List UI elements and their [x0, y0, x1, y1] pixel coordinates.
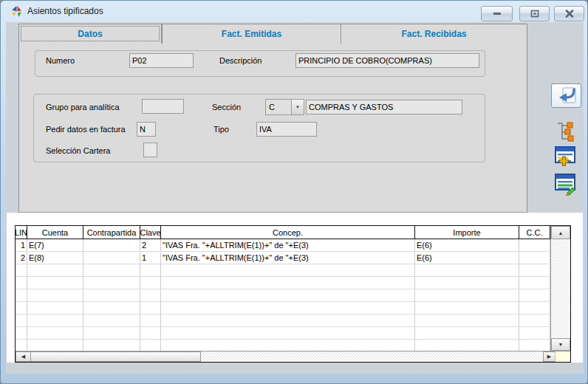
grid-row-empty[interactable]	[16, 315, 570, 327]
tab-fact-emitidas[interactable]: Fact. Emitidas	[162, 24, 341, 44]
seccion-label: Sección	[212, 103, 241, 112]
scroll-right-button[interactable]: ▶	[543, 352, 555, 362]
restore-button[interactable]	[519, 6, 550, 21]
add-record-button[interactable]	[550, 143, 580, 170]
cell-importe[interactable]: E(6)	[415, 239, 519, 251]
grid-row-empty[interactable]	[16, 277, 570, 289]
lines-grid: LIN Cuenta Contrapartida Clave Concep. I…	[15, 225, 571, 363]
descripcion-label: Descripción	[219, 56, 261, 65]
close-button[interactable]	[554, 6, 584, 21]
col-header-lin[interactable]: LIN	[16, 226, 27, 239]
chevron-down-icon: ▼	[295, 105, 300, 109]
grid-row-empty[interactable]	[16, 327, 570, 340]
scroll-down-icon: ▼	[558, 342, 564, 347]
scroll-right-icon: ▶	[547, 354, 551, 360]
horizontal-scroll-thumb[interactable]	[31, 352, 201, 362]
horizontal-scroll-track[interactable]	[201, 352, 543, 362]
cell-importe[interactable]: E(6)	[415, 252, 519, 264]
exit-button[interactable]	[551, 83, 581, 108]
cell-cc[interactable]	[519, 252, 550, 264]
vertical-scrollbar[interactable]: ▲ ▼	[550, 226, 570, 351]
pedir-datos-label: Pedir datos en factura	[46, 125, 126, 134]
descripcion-field[interactable]: PRINCIPIO DE COBRO(COMPRAS)	[295, 53, 479, 68]
tree-structure-icon	[555, 120, 576, 142]
col-header-clave[interactable]: Clave	[140, 226, 161, 239]
exit-icon	[556, 86, 577, 105]
cell-contrapartida[interactable]	[83, 239, 140, 251]
cell-cuenta[interactable]: E(8)	[27, 252, 83, 264]
col-header-concep[interactable]: Concep.	[161, 226, 415, 239]
col-header-cuenta[interactable]: Cuenta	[27, 226, 83, 239]
add-record-icon	[553, 145, 577, 168]
tab-fact-recibidas[interactable]: Fact. Recibidas	[341, 24, 527, 44]
col-header-cc[interactable]: C.C.	[519, 226, 550, 239]
restore-icon	[530, 10, 539, 18]
tabstrip: Datos Fact. Emitidas Fact. Recibidas	[18, 24, 527, 44]
numero-label: Numero	[46, 56, 75, 65]
grupo-analitica-field[interactable]	[142, 99, 184, 114]
cell-lin[interactable]: 1	[16, 239, 27, 251]
cell-cuenta[interactable]: E(7)	[27, 239, 83, 251]
seccion-desc-field[interactable]: COMPRAS Y GASTOS	[306, 100, 462, 114]
grid-row-2[interactable]: 2 E(8) 1 "IVAS Fra. "+ALLTRIM(E(1))+" de…	[16, 252, 570, 264]
tree-structure-button[interactable]	[553, 118, 579, 143]
cell-lin[interactable]: 2	[16, 252, 27, 264]
tipo-label: Tipo	[213, 125, 229, 134]
col-header-contrapartida[interactable]: Contrapartida	[83, 226, 140, 239]
window-title: Asientos tipificados	[27, 6, 103, 16]
scroll-left-icon: ◀	[21, 354, 25, 360]
combo-dropdown-button[interactable]: ▼	[291, 100, 304, 114]
edit-record-icon	[553, 172, 577, 196]
tab-fact-emitidas-label: Fact. Emitidas	[222, 29, 281, 39]
seleccion-cartera-field[interactable]	[143, 143, 157, 157]
scroll-left-button[interactable]: ◀	[16, 352, 31, 362]
tipo-field[interactable]: IVA	[256, 122, 317, 137]
seleccion-cartera-label: Selección Cartera	[46, 146, 110, 155]
grid-header-row: LIN Cuenta Contrapartida Clave Concep. I…	[16, 226, 570, 239]
grid-row-empty[interactable]	[16, 302, 570, 315]
titlebar[interactable]: Asientos tipificados	[1, 1, 588, 22]
grid-row-empty[interactable]	[16, 289, 570, 302]
seccion-combo-value: C	[266, 100, 291, 114]
edit-record-button[interactable]	[550, 171, 580, 197]
cell-cc[interactable]	[519, 239, 550, 251]
tab-page-datos: Numero P02 Descripción PRINCIPIO DE COBR…	[18, 44, 527, 213]
pedir-datos-field[interactable]: N	[137, 122, 156, 137]
scroll-down-button[interactable]: ▼	[551, 338, 570, 351]
seccion-combo[interactable]: C ▼	[265, 99, 304, 115]
cell-clave[interactable]: 1	[140, 252, 161, 264]
close-icon	[565, 10, 574, 18]
cell-clave[interactable]: 2	[140, 239, 161, 251]
scrollbar-corner	[555, 351, 570, 362]
numero-field[interactable]: P02	[129, 53, 194, 68]
app-icon	[10, 5, 23, 18]
scroll-up-button[interactable]: ▲	[551, 226, 570, 239]
cell-concep[interactable]: "IVAS Fra. "+ALLTRIM(E(1))+" de "+E(3)	[161, 252, 415, 264]
cell-contrapartida[interactable]	[83, 252, 140, 264]
cell-concep[interactable]: "IVAS Fra. "+ALLTRIM(E(1))+" de "+E(3)	[161, 239, 415, 251]
horizontal-scrollbar[interactable]: ◀ ▶	[16, 351, 555, 362]
grid-row-1[interactable]: 1 E(7) 2 "IVAS Fra. "+ALLTRIM(E(1))+" de…	[16, 239, 570, 252]
grid-row-empty[interactable]	[16, 264, 570, 277]
tab-fact-recibidas-label: Fact. Recibidas	[401, 29, 466, 39]
scroll-up-icon: ▲	[558, 230, 564, 236]
tab-datos-label: Datos	[78, 29, 102, 39]
tab-datos[interactable]: Datos	[18, 24, 162, 44]
grupo-analitica-label: Grupo para analítica	[46, 103, 120, 112]
client-area: Datos Fact. Emitidas Fact. Recibidas Num…	[6, 22, 584, 374]
minimize-button[interactable]	[481, 6, 513, 21]
minimize-icon	[493, 10, 502, 17]
col-header-importe[interactable]: Importe	[415, 226, 519, 239]
window-asientos-tipificados: Asientos tipificados Datos Fact. E	[0, 0, 588, 384]
vertical-scroll-track[interactable]	[551, 239, 570, 338]
